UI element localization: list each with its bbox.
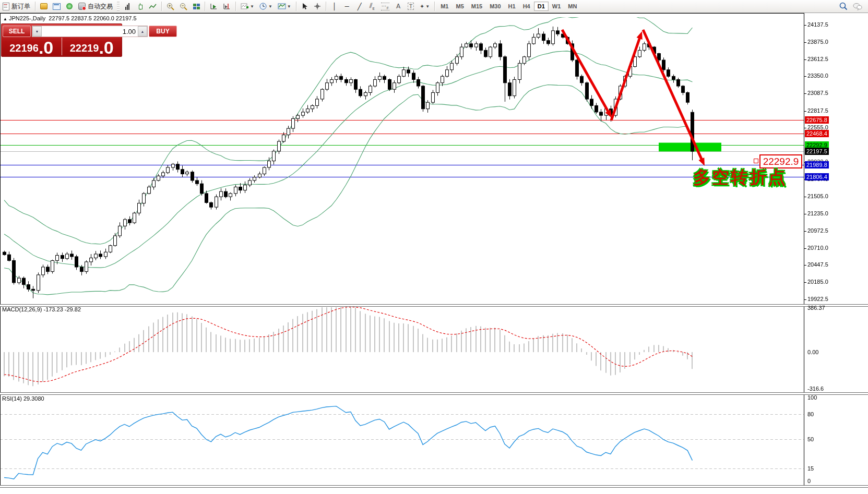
buy-price-decimal: .0 (99, 41, 113, 54)
templates-button[interactable]: ▼ (276, 1, 293, 11)
chart-shift-button[interactable] (221, 1, 233, 11)
bar-chart-icon (125, 3, 129, 10)
search-icon (839, 2, 848, 10)
symbol-name: JPN225-,Daily (9, 15, 45, 21)
toolbar-separator (434, 2, 435, 11)
tile-windows-button[interactable] (191, 1, 202, 11)
arrows-icon: ✦ (420, 3, 424, 10)
new-order-label: 新订单 (11, 2, 30, 11)
chat-icon (853, 3, 862, 10)
toolbar-separator (235, 2, 236, 11)
chart-title: ▲JPN225-,Daily 22797.5 22837.5 22060.0 2… (3, 15, 137, 21)
text-label-icon: T (408, 3, 414, 10)
equidistant-channel-icon: ⫽E (370, 2, 375, 11)
tab-timeframe-d1[interactable]: D1 (534, 2, 549, 11)
toolbar-separator (161, 2, 162, 11)
timeframe-group: M1M5M15M30H1H4D1W1MN (437, 2, 580, 11)
chat-button[interactable] (851, 1, 864, 11)
rsi-axis-tick: 15 (807, 465, 814, 472)
search-button[interactable] (837, 1, 850, 11)
channel-button[interactable]: ⫽E (366, 1, 378, 11)
callout-anchor-square (754, 159, 758, 163)
autotrading-button[interactable]: 自动交易 (76, 1, 115, 11)
horizontal-line-icon: ─ (345, 3, 349, 10)
periods-button[interactable]: ▼ (257, 1, 275, 11)
horizontal-line-button[interactable]: ─ (341, 1, 353, 11)
dropdown-caret-icon: ▼ (268, 4, 272, 9)
toolbar-separator (35, 2, 35, 11)
price-level-badge: 22675.8 (805, 116, 829, 124)
tab-timeframe-mn[interactable]: MN (564, 2, 580, 11)
vertical-line-button[interactable]: │ (329, 1, 340, 11)
price-chart-canvas[interactable] (0, 13, 868, 494)
toolbar-separator (205, 2, 205, 11)
price-axis-tick: 21505.0 (807, 193, 828, 199)
price-level-badge: 22197.5 (805, 148, 829, 155)
macd-panel-separator[interactable] (0, 304, 868, 307)
price-level-badge: 21989.8 (805, 161, 829, 168)
collapse-panel-icon[interactable]: ▲ (3, 17, 7, 21)
clock-icon (259, 3, 267, 10)
price-axis-tick: 23350.0 (807, 73, 828, 79)
new-order-icon (3, 3, 9, 10)
price-axis-line (804, 13, 804, 485)
indicators-icon (241, 3, 249, 10)
buy-button[interactable]: BUY (149, 26, 177, 37)
price-axis-tick: 19922.5 (807, 296, 828, 302)
price-axis-tick: 23875.0 (807, 39, 828, 45)
templates-icon (278, 3, 286, 10)
signals-button[interactable] (64, 1, 75, 11)
macd-indicator-label: MACD(12,26,9) -173.23 -29.82 (2, 306, 81, 312)
autotrading-label: 自动交易 (88, 2, 113, 11)
indicators-button[interactable]: ▼ (239, 1, 256, 11)
rsi-indicator-label: RSI(14) 29.3080 (2, 395, 44, 402)
text-button[interactable]: A (393, 1, 404, 11)
price-axis-tick: 22817.5 (807, 107, 828, 114)
tab-timeframe-m15[interactable]: M15 (468, 2, 486, 11)
sell-price[interactable]: 22196 .0 (2, 38, 62, 55)
cursor-icon (302, 3, 308, 10)
vertical-line-icon: │ (332, 3, 337, 10)
new-chart-button[interactable] (51, 1, 63, 11)
tab-timeframe-h1[interactable]: H1 (505, 2, 519, 11)
rsi-panel-separator[interactable] (0, 392, 868, 395)
turning-point-annotation[interactable]: 多空转折点 (693, 166, 787, 189)
crosshair-button[interactable] (312, 1, 323, 11)
tab-timeframe-w1[interactable]: W1 (549, 2, 565, 11)
bar-chart-button[interactable] (122, 1, 133, 11)
price-axis-tick: 23087.5 (807, 90, 828, 96)
auto-scroll-button[interactable] (208, 1, 220, 11)
buy-price[interactable]: 22219 .0 (62, 38, 122, 55)
sell-price-main: 22196 (9, 42, 39, 54)
line-chart-button[interactable] (147, 1, 159, 11)
new-order-button[interactable]: 新订单 (1, 1, 32, 11)
price-axis-tick: 23612.5 (807, 56, 828, 62)
zoom-in-button[interactable] (164, 1, 176, 11)
volume-decrement-button[interactable]: ▼ (32, 26, 42, 37)
zoom-out-button[interactable] (177, 1, 189, 11)
price-axis-tick: 20185.0 (807, 279, 828, 285)
price-axis-tick: 20447.5 (807, 261, 828, 268)
tab-timeframe-m5[interactable]: M5 (452, 2, 467, 11)
date-axis-separator (0, 485, 868, 488)
rsi-axis-tick: 80 (807, 411, 814, 417)
chart-area: ▲JPN225-,Daily 22797.5 22837.5 22060.0 2… (0, 13, 868, 494)
market-depth-button[interactable] (38, 1, 50, 11)
buy-price-main: 22219 (70, 42, 99, 54)
sell-button[interactable]: SELL (3, 26, 31, 37)
cursor-button[interactable] (299, 1, 311, 11)
candlestick-chart-button[interactable] (134, 1, 146, 11)
trendline-button[interactable]: ╱ (354, 1, 365, 11)
ohlc-values: 22797.5 22837.5 22060.0 22197.5 (49, 15, 136, 21)
fibonacci-button[interactable]: ⋯F (379, 1, 391, 11)
arrows-button[interactable]: ✦ ▼ (418, 1, 432, 11)
volume-input[interactable] (42, 26, 138, 37)
zoom-in-icon (167, 3, 174, 10)
text-label-button[interactable]: T (405, 1, 417, 11)
toolbar-separator (296, 2, 296, 11)
tab-timeframe-h4[interactable]: H4 (519, 2, 534, 11)
tab-timeframe-m30[interactable]: M30 (486, 2, 504, 11)
volume-increment-button[interactable]: ▲ (138, 26, 147, 37)
tab-timeframe-m1[interactable]: M1 (437, 2, 452, 11)
rsi-axis-tick: 0 (807, 478, 811, 484)
